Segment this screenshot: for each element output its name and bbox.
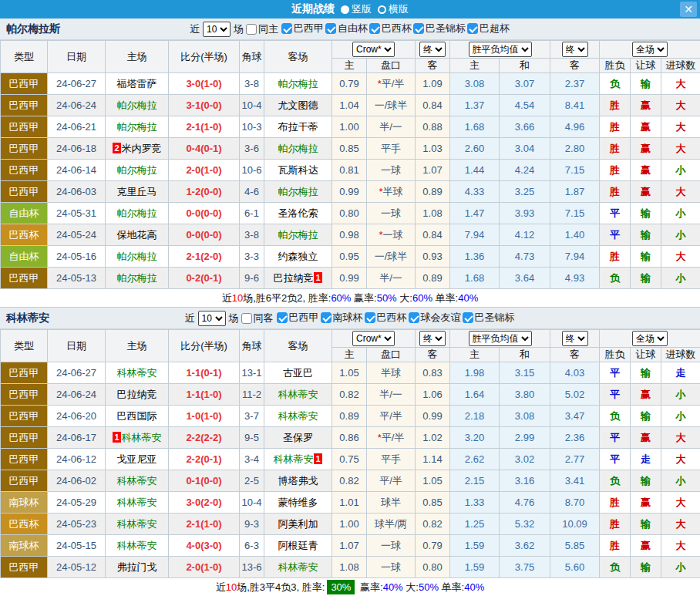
final-odds-select-2[interactable]: 终 xyxy=(562,42,588,57)
checkbox-checked-icon[interactable] xyxy=(463,312,473,323)
red-badge: 1 xyxy=(314,453,321,464)
europe-odds-select[interactable]: 胜平负均值 xyxy=(469,42,532,57)
sub-handicap: 盘口 xyxy=(367,59,416,73)
corner-cell: 6-1 xyxy=(240,203,264,224)
radio-unselected-icon[interactable] xyxy=(378,5,386,14)
same-venue-label: 同客 xyxy=(254,311,274,325)
checkbox-checked-icon[interactable] xyxy=(325,23,336,34)
handicap-cell: 一球 xyxy=(367,203,416,224)
corner-cell: 3-4 xyxy=(240,449,264,470)
checkbox-checked-icon[interactable] xyxy=(277,312,288,323)
col-corner: 角球 xyxy=(240,41,264,73)
scope-header: 全场 xyxy=(600,330,700,348)
checkbox-checked-icon[interactable] xyxy=(467,23,478,34)
handicap-result-cell: 赢 xyxy=(631,492,661,514)
handicap-cell: *半球 xyxy=(367,181,416,203)
euro-home-cell: 1.59 xyxy=(450,557,500,578)
corner-cell: 13-6 xyxy=(240,557,264,578)
team-name: 科林蒂安 xyxy=(6,311,49,325)
summary-segment: 赢率: xyxy=(351,292,376,304)
euro-away-cell: 2.36 xyxy=(550,427,600,449)
same-venue-checkbox[interactable]: 同主 xyxy=(246,22,278,36)
type-cell: 自由杯 xyxy=(1,203,48,224)
result-cell: 胜 xyxy=(600,535,631,557)
summary-segment: 单率: xyxy=(439,581,464,593)
league-checkbox[interactable]: 南球杯 xyxy=(321,311,363,325)
match-count-select[interactable]: 10 xyxy=(198,311,226,326)
radio-vertical[interactable]: 竖版 xyxy=(341,2,372,16)
away-odds-cell: 0.82 xyxy=(416,514,450,535)
radio-horizontal[interactable]: 横版 xyxy=(378,2,409,16)
checkbox-checked-icon[interactable] xyxy=(369,23,380,34)
league-label: 巴西甲 xyxy=(294,22,324,35)
away-team-cell: 帕尔梅拉 xyxy=(264,224,332,246)
summary-segment: 场,胜6平2负2, 胜率: xyxy=(243,292,331,304)
red-badge: 1 xyxy=(314,272,321,283)
corner-cell: 9-5 xyxy=(240,427,264,449)
type-cell: 自由杯 xyxy=(1,246,48,268)
league-checkbox[interactable]: 巴西甲 xyxy=(281,22,324,35)
euro-home-cell: 1.25 xyxy=(450,514,500,535)
team-name-text: 科林蒂安 xyxy=(278,410,318,422)
league-checkbox[interactable]: 巴西甲 xyxy=(277,311,319,325)
league-checkbox[interactable]: 球会友谊 xyxy=(409,311,461,325)
checkbox-checked-icon[interactable] xyxy=(281,23,292,34)
match-scope-select[interactable]: 全场 xyxy=(632,331,668,346)
score-cell: 1-1(0-1) xyxy=(169,362,240,384)
goals-cell: 小 xyxy=(661,268,700,289)
summary-segment: 40% xyxy=(458,292,478,304)
summary-segment: 50% xyxy=(419,581,439,593)
checkbox-checked-icon[interactable] xyxy=(365,312,375,323)
home-odds-cell: 0.99 xyxy=(332,268,367,289)
near-label: 近 xyxy=(190,22,200,36)
europe-odds-select[interactable]: 胜平负均值 xyxy=(469,331,532,346)
euro-draw-cell: 4.24 xyxy=(500,160,550,181)
result-cell: 平 xyxy=(600,384,631,406)
radio-selected-icon[interactable] xyxy=(341,5,349,14)
score-cell: 2-2(2-2) xyxy=(169,427,240,449)
result-cell: 平 xyxy=(600,224,631,246)
col-home: 主场 xyxy=(106,330,169,362)
checkbox-checked-icon[interactable] xyxy=(413,23,424,34)
euro-away-cell: 7.15 xyxy=(550,160,600,181)
final-odds-select-2[interactable]: 终 xyxy=(562,331,588,346)
match-count-select[interactable]: 10 xyxy=(203,22,231,37)
checkbox-checked-icon[interactable] xyxy=(409,312,419,323)
away-odds-cell: 0.83 xyxy=(416,362,450,384)
checkbox-icon[interactable] xyxy=(241,313,252,324)
league-checkbox[interactable]: 巴圣锦标 xyxy=(463,311,515,325)
goals-cell: 大 xyxy=(661,116,700,138)
euro-draw-cell: 3.80 xyxy=(500,384,550,406)
league-label: 巴西杯 xyxy=(382,22,412,35)
euro-away-cell: 7.94 xyxy=(550,246,600,268)
league-checkbox[interactable]: 巴超杯 xyxy=(467,22,510,35)
corner-cell: 10-4 xyxy=(240,492,264,514)
star-marker: * xyxy=(378,432,382,443)
away-team-cell: 巴拉纳竞1 xyxy=(264,268,332,289)
league-checkbox[interactable]: 巴圣锦标 xyxy=(413,22,466,35)
league-checkbox[interactable]: 巴西杯 xyxy=(369,22,412,35)
league-checkbox[interactable]: 巴西杯 xyxy=(365,311,407,325)
checkbox-checked-icon[interactable] xyxy=(321,312,331,323)
league-checkbox[interactable]: 自由杯 xyxy=(325,22,368,35)
match-scope-select[interactable]: 全场 xyxy=(632,42,668,57)
close-button[interactable]: ✕ xyxy=(680,2,697,17)
table-row: 自由杯 24-05-31 帕尔梅拉 0-0(0-0) 6-1 圣洛伦索 0.80… xyxy=(1,203,700,224)
final-odds-select[interactable]: 终 xyxy=(419,331,446,346)
date-cell: 24-05-23 xyxy=(48,514,106,535)
euro-home-cell: 2.60 xyxy=(450,138,500,160)
page-title: 近期战绩 xyxy=(291,2,335,16)
checkbox-icon[interactable] xyxy=(246,24,257,35)
goals-cell: 小 xyxy=(661,224,700,246)
corner-cell: 3-6 xyxy=(240,138,264,160)
table-row: 自由杯 24-05-16 帕尔梅拉 2-1(2-0) 3-3 约森独立 0.95… xyxy=(1,246,700,268)
goals-cell: 大 xyxy=(661,95,700,116)
odds-source-select[interactable]: Crow* xyxy=(352,331,395,346)
sub-euro-home: 主 xyxy=(450,348,500,362)
odds-source-select[interactable]: Crow* xyxy=(352,42,395,57)
score-cell: 2-0(1-0) xyxy=(169,557,240,578)
final-odds-select[interactable]: 终 xyxy=(419,42,446,57)
same-venue-checkbox[interactable]: 同客 xyxy=(241,311,274,325)
col-date: 日期 xyxy=(48,41,106,73)
euro-away-cell: 4.03 xyxy=(550,362,600,384)
